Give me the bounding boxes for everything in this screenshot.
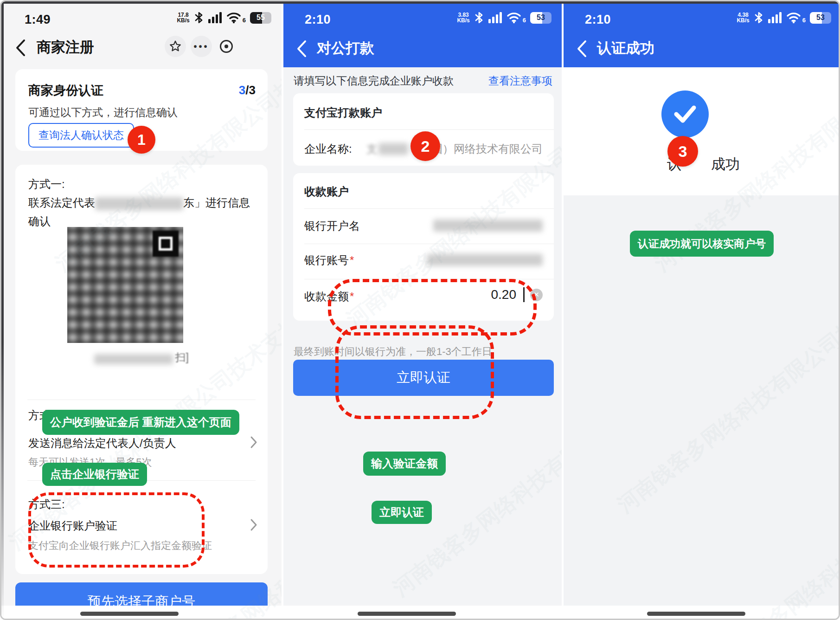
page-title: 认证成功 xyxy=(597,39,654,58)
chevron-right-icon xyxy=(250,436,257,449)
wifi-icon xyxy=(786,12,801,24)
step-current: 3 xyxy=(239,83,245,97)
card-title: 商家身份认证 xyxy=(28,82,103,99)
view-notes-link[interactable]: 查看注意事项 xyxy=(488,74,552,88)
signal-icon xyxy=(768,12,782,24)
divider xyxy=(304,244,554,244)
result-text: 认 成功 xyxy=(564,155,840,174)
tip-verify-now: 立即认证 xyxy=(372,501,432,524)
amount-label: 收款金额* xyxy=(304,289,354,304)
qr-caption: 扫] xyxy=(15,350,268,365)
wifi-icon xyxy=(507,12,521,24)
step-total: /3 xyxy=(245,83,256,97)
page-title: 对公打款 xyxy=(317,39,374,58)
status-time: 1:49 xyxy=(25,13,51,27)
success-check-icon xyxy=(661,90,709,138)
method1-text-before: 联系法定代表 xyxy=(28,196,95,209)
step1-badge: 1 xyxy=(128,126,155,154)
frame-left-edge xyxy=(1,1,4,620)
verify-methods-card: 方式一: 联系法定代表东」进行信息确认 扫] 方式二: 发送消息给法定代表人/负… xyxy=(15,165,268,574)
back-icon[interactable] xyxy=(576,39,588,58)
divider xyxy=(304,279,554,279)
watermark: 河南钱客多网络科技有限公司技术支持 xyxy=(695,440,840,620)
method3-sub: 支付宝向企业银行账户汇入指定金额验证 xyxy=(28,539,212,553)
qr-caption-tail: 扫] xyxy=(175,351,189,363)
more-menu-button[interactable]: ••• xyxy=(191,36,212,57)
result-text-suffix: 成功 xyxy=(711,155,740,174)
amount-field[interactable]: 0.20 ✕ xyxy=(491,287,543,302)
composite-screenshot: 河南钱客多网络科技有限公司技术支持 河南钱客多网络科技有限公司技术支持 河南钱客… xyxy=(0,0,840,620)
company-prefix: 支 xyxy=(366,142,378,156)
bottom-bar xyxy=(283,606,562,620)
bluetooth-icon xyxy=(754,12,764,24)
home-indicator[interactable] xyxy=(358,612,456,616)
step-indicator: 3/3 xyxy=(239,83,256,97)
home-indicator[interactable] xyxy=(647,612,745,616)
status-time: 2:10 xyxy=(585,13,611,27)
status-icons: 17.8KB/s 6 55 xyxy=(177,12,271,24)
clear-input-icon[interactable]: ✕ xyxy=(530,289,543,301)
bluetooth-icon xyxy=(194,12,204,24)
status-icons: 4.38KB/s 6 53 xyxy=(737,12,831,24)
bottom-bar xyxy=(1,606,282,620)
wifi-band-label: 6 xyxy=(802,17,806,24)
wifi-icon xyxy=(226,12,241,24)
method3-label: 方式三: xyxy=(28,497,65,512)
bluetooth-icon xyxy=(474,12,484,24)
home-indicator[interactable] xyxy=(80,612,179,616)
tip-enter-amount: 输入验证金额 xyxy=(363,452,446,476)
verify-now-button[interactable]: 立即认证 xyxy=(293,360,554,396)
step3-badge: 3 xyxy=(667,136,698,167)
tip-verify-success: 认证成功就可以核实商户号 xyxy=(630,231,774,257)
card-title: 支付宝打款账户 xyxy=(304,105,382,120)
battery-icon: 53 xyxy=(530,12,551,24)
watermark: 河南钱客多网络科技有限公司技术支持 xyxy=(612,273,840,519)
back-icon[interactable] xyxy=(14,39,26,57)
status-time: 2:10 xyxy=(305,13,331,27)
divider xyxy=(304,208,554,209)
bottom-bar xyxy=(564,606,840,620)
record-circle-button[interactable] xyxy=(216,36,237,57)
favorite-star-button[interactable] xyxy=(165,36,186,57)
divider xyxy=(304,129,554,130)
back-icon[interactable] xyxy=(295,39,308,58)
signal-icon xyxy=(488,12,502,24)
network-rate: 3.83KB/s xyxy=(457,12,469,23)
fill-info-note: 请填写以下信息完成企业账户收款 xyxy=(294,74,454,88)
company-name-value: 支 （中国）网络技术有限公司 xyxy=(366,142,543,156)
panel-verify-success: 河南钱客多网络科技有限公司技术支持 河南钱客多网络科技有限公司技术支持 河南钱客… xyxy=(562,1,840,620)
card-subtitle: 可通过以下方式，进行信息确认 xyxy=(28,105,178,120)
battery-icon: 53 xyxy=(810,12,831,24)
frame-top-edge xyxy=(1,1,839,4)
chevron-right-icon xyxy=(250,518,257,531)
qr-finder-pattern xyxy=(153,231,179,257)
panel-merchant-register: 河南钱客多网络科技有限公司技术支持 河南钱客多网络科技有限公司技术支持 河南钱客… xyxy=(1,1,282,620)
card-title: 收款账户 xyxy=(304,184,349,199)
status-icons: 3.83KB/s 6 53 xyxy=(457,12,551,24)
battery-icon: 55 xyxy=(250,12,271,24)
query-legal-status-button[interactable]: 查询法人确认状态 xyxy=(28,123,134,148)
tip-revisit-page: 公户收到验证金后 重新进入这个页面 xyxy=(42,410,239,435)
panel-corporate-payment: 河南钱客多网络科技有限公司技术支持 河南钱客多网络科技有限公司技术支持 2:10… xyxy=(282,1,562,620)
redacted-name xyxy=(95,197,183,210)
method1-description: 联系法定代表东」进行信息确认 xyxy=(28,194,255,231)
method2-row[interactable]: 发送消息给法定代表人/负责人 xyxy=(28,436,176,451)
bank-holder-label: 银行开户名 xyxy=(304,219,360,233)
page-title: 商家注册 xyxy=(37,38,94,57)
method1-label: 方式一: xyxy=(28,177,65,192)
required-mark: * xyxy=(350,290,354,303)
amount-value[interactable]: 0.20 xyxy=(491,287,517,302)
redacted-bank-account xyxy=(427,254,543,266)
method3-row[interactable]: 企业银行账户验证 xyxy=(28,518,117,533)
wifi-band-label: 6 xyxy=(523,17,526,24)
divider xyxy=(27,400,256,400)
redacted-company xyxy=(378,143,408,155)
step2-badge: 2 xyxy=(410,131,440,161)
tip-click-bank-verify: 点击企业银行验证 xyxy=(42,463,147,486)
signal-icon xyxy=(208,12,222,24)
network-rate: 4.38KB/s xyxy=(737,12,749,23)
network-rate: 17.8KB/s xyxy=(177,12,189,23)
bank-account-label: 银行账号* xyxy=(304,253,354,268)
required-mark: * xyxy=(350,254,354,266)
result-section xyxy=(564,67,840,195)
